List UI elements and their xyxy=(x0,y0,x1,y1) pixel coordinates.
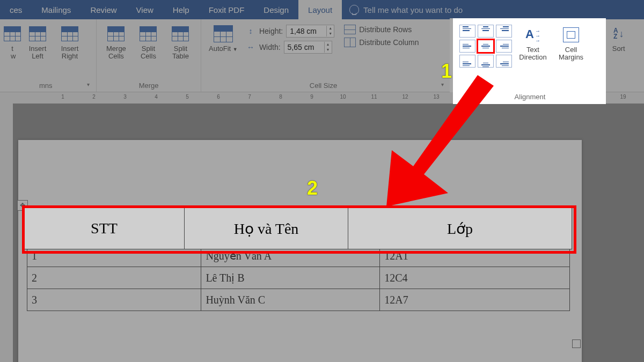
align-top-right-button[interactable] xyxy=(492,24,508,36)
table-row[interactable]: 1Nguyễn Văn A12A1 xyxy=(27,245,570,267)
align-bottom-left-button[interactable] xyxy=(455,54,471,67)
cell-margins-button[interactable]: Cell Margins xyxy=(550,24,584,60)
insert-right-button[interactable]: Insert Right xyxy=(55,24,85,60)
alignment-grid xyxy=(455,24,508,67)
table-cell[interactable]: Nguyễn Văn A xyxy=(201,245,380,267)
height-label: Height: xyxy=(259,27,283,35)
text-direction-label: Text Direction xyxy=(515,45,542,60)
distribute-columns-button[interactable]: Distribute Column xyxy=(344,38,419,47)
table-header-row[interactable]: STT Họ và Tên Lớp xyxy=(27,210,570,245)
text-direction-button[interactable]: A→→→ Text Direction xyxy=(510,24,547,60)
tab-mailings[interactable]: Mailings xyxy=(32,0,80,19)
distribute-rows-icon xyxy=(344,25,356,34)
table-resize-handle[interactable] xyxy=(572,339,581,348)
autofit-button[interactable]: AutoFit ▼ xyxy=(206,24,241,53)
column-width-icon: ↔ xyxy=(245,43,256,51)
group-alignment: A→→→ Text Direction Cell Margins Alignme… xyxy=(451,19,599,92)
insert-right-label: Insert Right xyxy=(61,45,79,60)
text-direction-icon: A→→→ xyxy=(521,26,536,42)
tab-foxitpdf[interactable]: Foxit PDF xyxy=(199,0,254,19)
header-stt[interactable]: STT xyxy=(27,210,201,245)
document-area[interactable]: ✥ STT Họ và Tên Lớp 1Nguyễn Văn A12A12Lê… xyxy=(13,104,644,362)
height-spinner[interactable]: ▲▼ xyxy=(286,25,334,38)
align-top-left-button[interactable] xyxy=(455,24,471,36)
annotation-2: 2 xyxy=(307,177,318,200)
cell-margins-icon xyxy=(559,26,575,41)
table-cell[interactable]: 12A7 xyxy=(380,289,570,311)
distribute-columns-icon xyxy=(344,38,356,47)
vertical-ruler[interactable] xyxy=(0,104,13,362)
width-label: Width: xyxy=(259,43,281,51)
align-middle-center-button[interactable] xyxy=(473,39,489,51)
autofit-label: AutoFit xyxy=(209,45,231,53)
table-cell[interactable]: 2 xyxy=(27,267,201,289)
ribbon-tabs: ces Mailings Review View Help Foxit PDF … xyxy=(0,0,644,19)
tab-help[interactable]: Help xyxy=(163,0,199,19)
align-bottom-right-button[interactable] xyxy=(492,54,508,67)
tell-me-label: Tell me what you want to do xyxy=(363,5,463,14)
align-middle-right-button[interactable] xyxy=(492,39,508,51)
cell-margins-label: Cell Margins xyxy=(554,45,579,60)
header-name[interactable]: Họ và Tên xyxy=(201,210,380,245)
lightbulb-icon xyxy=(349,5,359,14)
table-cell[interactable]: Lê Thị B xyxy=(201,267,380,289)
table-move-handle[interactable]: ✥ xyxy=(17,200,28,211)
sort-icon: AZ↓ xyxy=(613,28,624,40)
group-merge-label: Merge xyxy=(101,80,196,92)
height-input[interactable] xyxy=(287,26,326,36)
width-input[interactable] xyxy=(284,42,324,53)
sort-label: Sort xyxy=(612,45,625,53)
split-cells-label: Split Cells xyxy=(141,45,156,60)
align-middle-left-button[interactable] xyxy=(455,39,471,51)
spinner-down-icon[interactable]: ▼ xyxy=(325,47,332,53)
split-table-label: Split Table xyxy=(172,45,189,60)
merge-cells-label: Merge Cells xyxy=(106,45,126,60)
ribbon: t w Insert Left Insert Right mns▾ Merge … xyxy=(0,19,644,92)
group-alignment-label: Alignment xyxy=(455,80,595,92)
page: ✥ STT Họ và Tên Lớp 1Nguyễn Văn A12A12Lê… xyxy=(18,140,582,362)
table-cell[interactable]: Huỳnh Văn C xyxy=(201,289,380,311)
group-merge: Merge Cells Split Cells Split Table Merg… xyxy=(97,19,201,92)
spinner-up-icon[interactable]: ▲ xyxy=(325,42,332,47)
tab-references[interactable]: ces xyxy=(0,0,32,19)
group-cell-size-label: Cell Size xyxy=(310,82,337,90)
align-bottom-center-button[interactable] xyxy=(473,54,489,67)
insert-above-button[interactable]: t w xyxy=(4,24,20,60)
tab-review[interactable]: Review xyxy=(80,0,126,19)
split-cells-button[interactable]: Split Cells xyxy=(133,24,163,60)
ruler-numbers: 12345678910111213141516171819 xyxy=(16,94,644,100)
width-spinner[interactable]: ▲▼ xyxy=(284,41,332,54)
spinner-up-icon[interactable]: ▲ xyxy=(327,26,334,31)
horizontal-ruler[interactable]: 12345678910111213141516171819 xyxy=(0,92,644,105)
tab-layout[interactable]: Layout xyxy=(298,0,342,19)
table-cell[interactable]: 3 xyxy=(27,289,201,311)
table-cell[interactable]: 1 xyxy=(27,245,201,267)
merge-cells-button[interactable]: Merge Cells xyxy=(101,24,131,60)
sort-button[interactable]: AZ↓ Sort xyxy=(604,24,634,53)
insert-above-label: t w xyxy=(9,45,16,60)
insert-left-button[interactable]: Insert Left xyxy=(23,24,53,60)
dialog-launcher-icon[interactable]: ▾ xyxy=(87,82,90,87)
insert-left-label: Insert Left xyxy=(29,45,47,60)
tab-design[interactable]: Design xyxy=(254,0,298,19)
chevron-down-icon: ▼ xyxy=(233,47,238,52)
distribute-rows-button[interactable]: Distribute Rows xyxy=(344,25,419,34)
table-row[interactable]: 3Huỳnh Văn C12A7 xyxy=(27,289,570,311)
tell-me-search[interactable]: Tell me what you want to do xyxy=(349,5,463,14)
tab-view[interactable]: View xyxy=(127,0,163,19)
split-table-button[interactable]: Split Table xyxy=(165,24,195,60)
table-row[interactable]: 2Lê Thị B12C4 xyxy=(27,267,570,289)
align-top-center-button[interactable] xyxy=(473,24,489,36)
group-data: AZ↓ Sort xyxy=(599,19,644,92)
group-cell-size: AutoFit ▼ ↕ Height: ▲▼ ↔ Width: xyxy=(201,19,451,92)
header-class[interactable]: Lớp xyxy=(380,210,570,245)
row-height-icon: ↕ xyxy=(245,27,256,35)
document-table[interactable]: STT Họ và Tên Lớp 1Nguyễn Văn A12A12Lê T… xyxy=(27,210,570,311)
table-cell[interactable]: 12C4 xyxy=(380,267,570,289)
spinner-down-icon[interactable]: ▼ xyxy=(327,31,334,36)
group-rows-columns: t w Insert Left Insert Right mns▾ xyxy=(0,19,97,92)
group-rows-columns-label: mns xyxy=(39,82,53,90)
distribute-rows-label: Distribute Rows xyxy=(359,25,412,34)
table-cell[interactable]: 12A1 xyxy=(380,245,570,267)
annotation-1: 1 xyxy=(441,60,452,83)
